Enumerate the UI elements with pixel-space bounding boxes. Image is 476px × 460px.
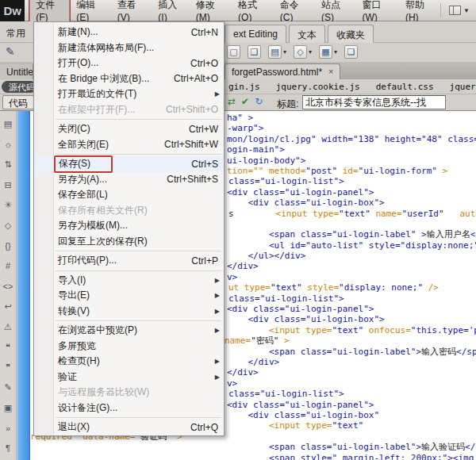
coding-toolbar-icon[interactable]: {}: [2, 237, 15, 255]
menu-item-shortcut: Ctrl+W: [189, 124, 218, 135]
toolbar-icon[interactable]: ⇄: [228, 96, 236, 107]
submenu-arrow-icon: ▶: [215, 374, 220, 381]
coding-toolbar-icon[interactable]: ✎: [2, 379, 15, 397]
coding-toolbar: ▤☼⇅⊟✳◇{}#<>↩⚠❝❞✎▣»¶: [0, 111, 17, 460]
coding-toolbar-icon[interactable]: ⇅: [2, 156, 15, 174]
document-toolbar-icons: ⇄✔↻: [228, 96, 263, 107]
file-menu-item[interactable]: 打开最近的文件(T)▶: [34, 86, 224, 102]
coding-toolbar-icon[interactable]: »: [2, 420, 15, 437]
insert-icon-glyph: ◇: [294, 45, 307, 59]
file-menu-item[interactable]: 转换(V)▶: [34, 304, 224, 320]
tab-forget-password[interactable]: forgetPassword.html* ×: [225, 63, 340, 79]
file-menu-item[interactable]: 保存全部(L): [34, 187, 224, 203]
insert-icon[interactable]: ▤ ▾: [268, 45, 286, 59]
app-logo: Dw: [0, 0, 25, 21]
toolbar-icon[interactable]: ↻: [255, 96, 263, 107]
close-tab-icon[interactable]: ×: [328, 67, 333, 76]
submenu-arrow-icon: ▶: [215, 358, 220, 365]
tab-untitled[interactable]: Untitle: [0, 64, 33, 79]
file-menu-item[interactable]: 多屏预览: [34, 339, 224, 355]
related-file-link[interactable]: jquery.cookie.js: [276, 82, 360, 92]
tab-label: forgetPassword.html*: [232, 67, 322, 78]
insert-icon[interactable]: ❑: [248, 45, 261, 59]
file-menu-item[interactable]: 打开(O)...Ctrl+O: [34, 56, 224, 71]
file-menu-item[interactable]: 导出(E)▶: [34, 288, 224, 304]
menu-separator: [56, 417, 221, 418]
file-menu-item[interactable]: 全部关闭(E)Ctrl+Shift+W: [34, 137, 224, 153]
menu-item-label: 打开(O)...: [58, 56, 98, 70]
file-menu-item[interactable]: 新建(N)...Ctrl+N: [34, 25, 224, 40]
menu-item-label: 保存全部(L): [58, 188, 108, 201]
file-menu-item[interactable]: 另存为(A)...Ctrl+Shift+S: [34, 172, 224, 188]
menu-item-label: 在 Bridge 中浏览(B)...: [58, 72, 149, 86]
insert-icon[interactable]: ❏: [344, 45, 358, 59]
file-menu-item[interactable]: 关闭(C)Ctrl+W: [34, 121, 224, 137]
menu-item-label: 验证: [58, 370, 77, 384]
related-file-link[interactable]: gin.js: [228, 82, 260, 92]
related-files: gin.jsjquery.cookie.jsdefault.cssjquery.…: [228, 82, 476, 92]
coding-toolbar-icon[interactable]: ❝: [2, 339, 15, 356]
coding-toolbar-icon[interactable]: ¶: [2, 440, 15, 458]
menu-item-label: 打印代码(P)...: [58, 254, 117, 267]
code-line[interactable]: <span style=" margin-left: 200px;"><img …: [30, 453, 476, 460]
chevron-down-icon: ▾: [309, 48, 312, 56]
file-menu-item[interactable]: 新建流体网格布局(F)...: [34, 40, 224, 56]
insert-icon[interactable]: ◇ ▾: [294, 45, 312, 59]
menu-item-label: 导入(I): [58, 274, 86, 287]
dreamweaver-window: Dw 文件(F)编辑(E)查看(V)插入(I)修改(M)格式(O)命令(C)站点…: [0, 0, 476, 460]
coding-toolbar-icon[interactable]: ✳: [2, 197, 15, 214]
insert-icon-glyph: ▢: [227, 45, 240, 59]
insert-icon-glyph: ❑: [248, 45, 261, 59]
document-title-input[interactable]: [302, 95, 446, 109]
menu-item-label: 退出(X): [58, 420, 90, 434]
code-view-button[interactable]: 代码: [2, 95, 34, 109]
insert-category-common[interactable]: 常用: [6, 27, 25, 40]
toolbar-icon[interactable]: ✔: [241, 96, 249, 107]
coding-toolbar-icon[interactable]: #: [2, 258, 15, 275]
coding-toolbar-icon[interactable]: ⊟: [2, 177, 15, 194]
coding-toolbar-icon[interactable]: ☼: [2, 136, 15, 154]
menu-separator: [56, 154, 221, 155]
file-menu-item[interactable]: 设计备注(G)...: [34, 401, 224, 416]
menu-item-shortcut: Ctrl+P: [191, 255, 218, 266]
file-menu-item[interactable]: 打印代码(P)...Ctrl+P: [34, 253, 224, 269]
coding-toolbar-icon[interactable]: ▣: [2, 399, 15, 416]
menu-item-label: 多屏预览: [58, 339, 96, 353]
menu-separator: [56, 119, 221, 120]
menu-item-shortcut: Ctrl+Q: [190, 422, 218, 433]
file-menu-item[interactable]: 另存为模板(M)...: [34, 218, 224, 234]
coding-toolbar-icon[interactable]: ◇: [2, 217, 15, 235]
coding-toolbar-icon[interactable]: ↩: [2, 298, 15, 316]
file-menu-item[interactable]: 导入(I)▶: [34, 273, 224, 289]
menu-item-label: 与远程服务器比较(W): [58, 385, 149, 399]
insert-icon-glyph: ▦: [319, 45, 332, 59]
insert-icon[interactable]: ▦ ▾: [319, 45, 337, 59]
source-code-button[interactable]: 源代码: [2, 81, 36, 93]
file-menu-item[interactable]: 退出(X)Ctrl+Q: [34, 420, 224, 435]
coding-toolbar-icon[interactable]: <>: [2, 278, 15, 295]
coding-toolbar-icon[interactable]: ▤: [2, 116, 15, 133]
file-menu-item[interactable]: 回复至上次的保存(R): [34, 234, 224, 250]
submenu-arrow-icon: ▶: [215, 90, 220, 98]
related-file-link[interactable]: default.css: [376, 82, 434, 92]
chevron-down-icon: ▾: [283, 48, 286, 56]
file-menu-item: 保存所有相关文件(R): [34, 203, 224, 219]
file-menu-item[interactable]: 验证▶: [34, 370, 224, 385]
submenu-arrow-icon: ▶: [215, 292, 220, 299]
code-line[interactable]: <span class="ui-login-label">输入验证码</sp: [30, 442, 476, 452]
menu-item-shortcut: Ctrl+N: [191, 27, 218, 38]
menu-item-label: 另存为模板(M)...: [58, 219, 128, 232]
menu-item-label: 新建(N)...: [58, 25, 98, 39]
coding-toolbar-icon[interactable]: ❞: [2, 358, 15, 376]
file-menu-item[interactable]: 在 Bridge 中浏览(B)...Ctrl+Alt+O: [34, 71, 224, 87]
file-menu-item[interactable]: 检查页(H)▶: [34, 354, 224, 370]
file-menu-item[interactable]: 保存(S)Ctrl+S: [34, 156, 224, 172]
coding-toolbar-icon[interactable]: ⚠: [2, 318, 15, 335]
file-menu-dropdown: 新建(N)...Ctrl+N新建流体网格布局(F)...打开(O)...Ctrl…: [33, 21, 225, 436]
menu-separator: [56, 270, 221, 271]
insert-icon[interactable]: ▢: [227, 45, 240, 59]
workspace-switcher[interactable]: ▼: [440, 3, 470, 17]
file-menu-item[interactable]: 在浏览器中预览(P)▶: [34, 323, 224, 339]
related-file-link[interactable]: jquery.artDialog.j: [450, 82, 476, 92]
pen-icon[interactable]: ✎: [6, 45, 15, 58]
